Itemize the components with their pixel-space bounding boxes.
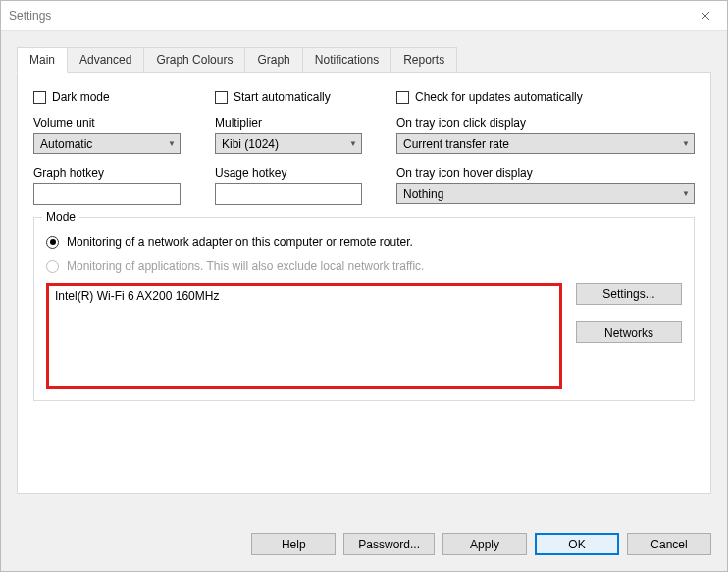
start-auto-label: Start automatically xyxy=(234,90,331,104)
mode-legend: Mode xyxy=(42,210,79,224)
settings-window: Settings Main Advanced Graph Colours Gra… xyxy=(0,0,728,572)
chevron-down-icon: ▼ xyxy=(168,139,176,148)
radio-apps-label: Monitoring of applications. This will al… xyxy=(67,259,424,273)
cancel-button[interactable]: Cancel xyxy=(627,533,711,555)
tray-hover-select[interactable]: Nothing ▼ xyxy=(396,183,695,204)
radio-adapter-label: Monitoring of a network adapter on this … xyxy=(67,235,413,249)
mode-fieldset: Mode Monitoring of a network adapter on … xyxy=(33,217,695,401)
check-updates-label: Check for updates automatically xyxy=(415,90,583,104)
main-panel: Dark mode Start automatically Check for … xyxy=(17,72,711,494)
chevron-down-icon: ▼ xyxy=(682,139,690,148)
volume-unit-label: Volume unit xyxy=(33,116,215,130)
usage-hotkey-input[interactable] xyxy=(215,183,362,205)
bottom-bar: Help Password... Apply OK Cancel xyxy=(1,533,727,571)
start-auto-checkbox[interactable]: Start automatically xyxy=(215,90,396,104)
tab-graph[interactable]: Graph xyxy=(244,47,302,73)
chevron-down-icon: ▼ xyxy=(682,189,690,198)
tabs: Main Advanced Graph Colours Graph Notifi… xyxy=(17,47,711,73)
close-icon xyxy=(701,11,710,21)
radio-apps[interactable]: Monitoring of applications. This will al… xyxy=(46,259,682,273)
multiplier-select[interactable]: Kibi (1024) ▼ xyxy=(215,133,362,154)
tab-reports[interactable]: Reports xyxy=(390,47,457,73)
tab-notifications[interactable]: Notifications xyxy=(302,47,391,73)
adapter-list[interactable]: Intel(R) Wi-Fi 6 AX200 160MHz xyxy=(46,283,562,389)
adapter-item[interactable]: Intel(R) Wi-Fi 6 AX200 160MHz xyxy=(55,289,553,303)
tray-click-label: On tray icon click display xyxy=(396,116,695,130)
checkbox-icon xyxy=(396,91,409,104)
help-button[interactable]: Help xyxy=(251,533,336,555)
volume-unit-select[interactable]: Automatic ▼ xyxy=(33,133,181,154)
multiplier-value: Kibi (1024) xyxy=(222,137,279,151)
chevron-down-icon: ▼ xyxy=(349,139,357,148)
tab-advanced[interactable]: Advanced xyxy=(67,47,144,73)
multiplier-label: Multiplier xyxy=(215,116,396,130)
usage-hotkey-label: Usage hotkey xyxy=(215,166,396,180)
radio-icon xyxy=(46,236,59,249)
ok-button[interactable]: OK xyxy=(535,533,619,555)
close-button[interactable] xyxy=(683,1,727,30)
check-updates-checkbox[interactable]: Check for updates automatically xyxy=(396,90,695,104)
tray-click-select[interactable]: Current transfer rate ▼ xyxy=(396,133,695,154)
password-button[interactable]: Password... xyxy=(343,533,435,555)
tab-graph-colours[interactable]: Graph Colours xyxy=(143,47,245,73)
tab-main[interactable]: Main xyxy=(17,47,68,73)
volume-unit-value: Automatic xyxy=(40,137,92,151)
window-title: Settings xyxy=(1,9,51,23)
networks-button[interactable]: Networks xyxy=(576,321,682,343)
radio-adapter[interactable]: Monitoring of a network adapter on this … xyxy=(46,235,682,249)
checkbox-icon xyxy=(215,91,228,104)
radio-icon xyxy=(46,260,59,273)
apply-button[interactable]: Apply xyxy=(442,533,527,555)
tray-click-value: Current transfer rate xyxy=(403,137,509,151)
tab-area: Main Advanced Graph Colours Graph Notifi… xyxy=(17,47,711,533)
graph-hotkey-label: Graph hotkey xyxy=(33,166,215,180)
dark-mode-label: Dark mode xyxy=(52,90,110,104)
graph-hotkey-input[interactable] xyxy=(33,183,181,205)
checkbox-icon xyxy=(33,91,46,104)
dark-mode-checkbox[interactable]: Dark mode xyxy=(33,90,215,104)
tray-hover-label: On tray icon hover display xyxy=(396,166,695,180)
titlebar: Settings xyxy=(1,1,727,31)
tray-hover-value: Nothing xyxy=(403,187,443,201)
mode-settings-button[interactable]: Settings... xyxy=(576,283,682,305)
